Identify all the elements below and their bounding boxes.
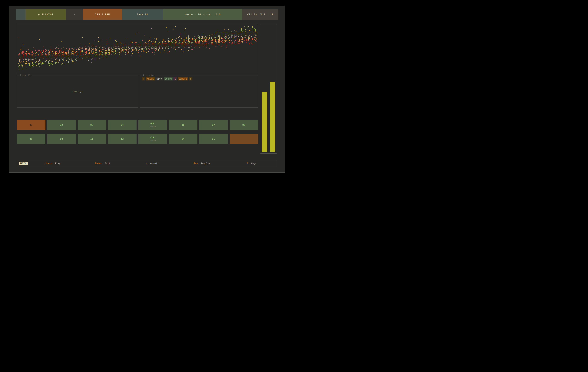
prelude-token-0[interactable]: : [142, 77, 145, 80]
step-empty-label: (empty) [17, 90, 138, 93]
step-button-14[interactable]: 14 [169, 134, 198, 144]
topbar-segment-divider: · [66, 9, 83, 20]
mode-badge: MAIN [19, 162, 28, 165]
step-button-09[interactable]: 09 [17, 134, 45, 144]
step-button-15[interactable]: 15 [199, 134, 228, 144]
step-button-label: 06 [182, 124, 185, 126]
shortcut-action: : Edit [102, 162, 110, 165]
level-meter-right [270, 82, 275, 151]
prelude-token-3[interactable]: sound [164, 77, 173, 80]
shortcut-action: : Samples [198, 162, 210, 165]
step-button-04[interactable]: 04 [108, 120, 136, 130]
shortcut-samples: Tab: Samples [177, 162, 227, 165]
topbar-segment-bank: Bank 01 [122, 9, 163, 20]
step-button-label: 08 [242, 124, 245, 126]
shortcut-action: : Keys [248, 162, 257, 165]
shortcut-edit: Enter: Edit [78, 162, 127, 165]
topbar-segment-spacer [16, 9, 25, 20]
top-status-bar: ▶ PLAYING·125.0 BPMBank 01snare · 16 ste… [16, 9, 278, 20]
shortcut-key: Enter [95, 162, 102, 165]
step-button-03[interactable]: 03 [78, 120, 106, 130]
topbar-segment-bpm: 125.0 BPM [83, 9, 122, 20]
step-button-grid: 01020304·05·snare06070809101112·13·snare… [17, 120, 258, 144]
shortcut-on-off: t: On/Off [127, 162, 177, 165]
step-button-05[interactable]: ·05·snare [138, 120, 167, 130]
shortcut-keys: ?: Keys [227, 162, 277, 165]
prelude-token-2[interactable]: kick [156, 77, 163, 80]
shortcut-action: : On/Off [147, 162, 158, 165]
step-button-11[interactable]: 11 [78, 134, 106, 144]
prelude-code-editor[interactable]: :kkickkicksound1timbre: [140, 76, 258, 82]
step-button-label: 01 [30, 124, 32, 126]
status-shortcut-bar: MAIN Space: PlayEnter: Editt: On/OffTab:… [17, 160, 277, 167]
shortcut-hints: Space: PlayEnter: Editt: On/OffTab: Samp… [28, 162, 277, 165]
step-button-label: 02 [60, 124, 63, 126]
app-window: ▶ PLAYING·125.0 BPMBank 01snare · 16 ste… [9, 6, 285, 172]
shortcut-action: : Play [52, 162, 60, 165]
step-button-10[interactable]: 10 [47, 134, 76, 144]
step-button-label: 14 [182, 138, 185, 140]
step-button-06[interactable]: 06 [169, 120, 198, 130]
step-button-label: 09 [30, 138, 32, 140]
step-button-08[interactable]: 08 [230, 120, 258, 130]
step-button-sample-name: snare [150, 140, 156, 142]
step-button-07[interactable]: 07 [199, 120, 228, 130]
shortcut-key: t [146, 162, 147, 165]
topbar-segment-stats: CPU 3% V:7 L:0 [242, 9, 278, 20]
step-button-label: 11 [90, 138, 93, 140]
prelude-token-4[interactable]: 1 [173, 77, 177, 80]
topbar-segment-transport: ▶ PLAYING [25, 9, 66, 20]
step-button-label: 15 [212, 138, 215, 140]
step-button-label: 07 [212, 124, 215, 126]
prelude-token-1[interactable]: kkick [146, 77, 155, 80]
shortcut-key: ? [247, 162, 248, 165]
step-button-label: 12 [121, 138, 124, 140]
scatter-visualizer-canvas [17, 24, 258, 73]
step-button-01[interactable]: 01 [17, 120, 45, 130]
level-meter-panel [260, 24, 277, 154]
step-detail-panel: Step 01 (empty) [17, 76, 138, 108]
step-button-02[interactable]: 02 [47, 120, 76, 130]
pattern-visualizer-panel [17, 24, 258, 73]
prelude-token-5[interactable]: timbre [178, 77, 188, 80]
step-button-label: 10 [60, 138, 63, 140]
shortcut-key: Space [45, 162, 52, 165]
shortcut-key: Tab [194, 162, 198, 165]
screen: { "window": { "bg": "#282826", "outer_bg… [0, 0, 294, 186]
step-button-label: ·05· [150, 122, 156, 125]
shortcut-play: Space: Play [28, 162, 78, 165]
prelude-token-6[interactable]: : [189, 77, 192, 80]
step-button-sample-name: snare [150, 125, 156, 128]
step-button-label: ·13· [150, 136, 156, 139]
prelude-panel: Prelude :kkickkicksound1timbre: [140, 76, 258, 108]
step-button-label: 03 [90, 124, 93, 126]
level-meter-left [262, 92, 267, 151]
step-panel-title: Step 01 [19, 74, 32, 77]
step-button-13[interactable]: ·13·snare [138, 134, 167, 144]
step-button-16[interactable] [230, 134, 258, 144]
topbar-segment-pattern: snare · 16 steps · #10 [163, 9, 242, 20]
step-button-12[interactable]: 12 [108, 134, 136, 144]
step-button-label: 04 [121, 124, 124, 126]
prelude-panel-title: Prelude [142, 74, 155, 77]
